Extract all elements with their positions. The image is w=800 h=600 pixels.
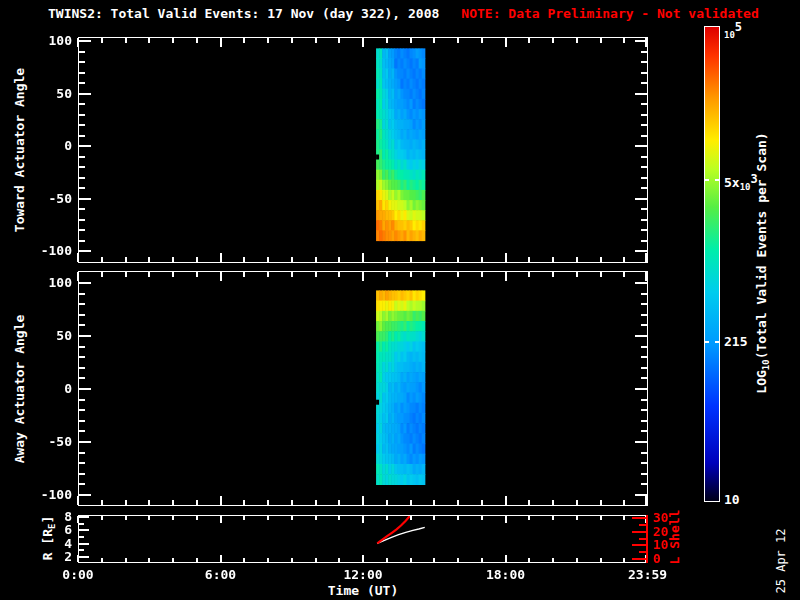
- x-tick: [552, 38, 554, 43]
- x-tick: [457, 516, 459, 520]
- x-tick: [481, 516, 483, 520]
- x-tick: [101, 38, 103, 43]
- x-tick: [338, 257, 340, 262]
- colorbar-tick: [715, 179, 719, 181]
- x-tick: [291, 500, 293, 505]
- time-tick-label: 12:00: [328, 567, 398, 582]
- y-minor-tick: [641, 430, 647, 432]
- y-minor-tick: [79, 187, 85, 189]
- x-tick: [410, 500, 412, 505]
- x-tick: [148, 257, 150, 262]
- x-tick: [386, 272, 388, 277]
- x-tick: [552, 500, 554, 505]
- x-tick: [645, 38, 647, 47]
- x-tick: [410, 272, 412, 277]
- x-tick: [315, 516, 317, 520]
- lshell-tick-label: 0: [653, 551, 683, 566]
- colorbar-label-sub: 10: [761, 359, 771, 370]
- y-minor-tick: [79, 219, 85, 221]
- y-minor-tick: [79, 367, 85, 369]
- y-minor-tick: [641, 377, 647, 379]
- x-tick: [457, 272, 459, 277]
- y-minor-tick: [641, 303, 647, 305]
- x-tick: [77, 516, 79, 523]
- y-minor-tick: [641, 51, 647, 53]
- x-tick: [552, 516, 554, 520]
- y-minor-tick: [641, 124, 647, 126]
- x-tick: [196, 38, 198, 43]
- plot-title: TWINS2: Total Valid Events: 17 Nov (day …: [48, 6, 439, 21]
- x-tick: [101, 257, 103, 262]
- y-tick: [79, 282, 91, 284]
- x-tick: [481, 500, 483, 505]
- y-minor-tick: [641, 356, 647, 358]
- x-tick: [101, 516, 103, 520]
- x-tick: [362, 496, 364, 505]
- x-tick: [623, 272, 625, 277]
- y-minor-tick: [79, 420, 85, 422]
- y-tick-label: 50: [30, 328, 72, 343]
- x-tick: [433, 38, 435, 43]
- y-minor-tick: [641, 156, 647, 158]
- y-tick: [79, 93, 91, 95]
- colorbar-tick: [715, 341, 719, 343]
- y-tick: [635, 93, 647, 95]
- y-tick-label: -50: [30, 434, 72, 449]
- y-minor-tick: [641, 219, 647, 221]
- y-tick: [635, 441, 647, 443]
- x-tick: [433, 272, 435, 277]
- x-tick: [433, 257, 435, 262]
- time-axis-label: Time (UT): [328, 583, 398, 598]
- x-tick: [505, 516, 507, 523]
- x-tick: [645, 272, 647, 281]
- x-tick: [125, 257, 127, 262]
- y-minor-tick: [641, 462, 647, 464]
- x-tick: [528, 257, 530, 262]
- colorbar-label-prefix: LOG: [754, 370, 769, 393]
- r-tick-label: 4: [30, 536, 72, 551]
- lshell-tick: [632, 531, 646, 533]
- lshell-axis-line: [646, 515, 648, 563]
- x-tick: [196, 516, 198, 520]
- y-tick: [79, 250, 91, 252]
- x-tick: [267, 558, 269, 562]
- x-tick: [243, 558, 245, 562]
- x-tick: [77, 272, 79, 281]
- x-tick: [101, 272, 103, 277]
- y-minor-tick: [79, 409, 85, 411]
- x-tick: [220, 272, 222, 281]
- x-tick: [243, 38, 245, 43]
- x-tick: [362, 555, 364, 562]
- x-tick: [576, 257, 578, 262]
- x-tick: [528, 38, 530, 43]
- x-tick: [386, 558, 388, 562]
- x-tick: [481, 38, 483, 43]
- y-minor-tick: [79, 177, 85, 179]
- x-tick: [315, 257, 317, 262]
- y-minor-tick: [79, 208, 85, 210]
- x-tick: [410, 516, 412, 520]
- y-minor-tick: [641, 187, 647, 189]
- y-minor-tick: [79, 483, 85, 485]
- y-tick: [635, 250, 647, 252]
- x-tick: [386, 500, 388, 505]
- y-minor-tick: [641, 346, 647, 348]
- y-minor-tick: [641, 229, 647, 231]
- x-tick: [528, 500, 530, 505]
- x-tick: [433, 516, 435, 520]
- x-tick: [362, 38, 364, 47]
- x-tick: [220, 38, 222, 47]
- away-axis-label: Away Actuator Angle: [12, 315, 27, 464]
- x-tick: [552, 257, 554, 262]
- y-minor-tick: [641, 452, 647, 454]
- colorbar: [704, 26, 720, 502]
- r-tick: [79, 543, 89, 545]
- y-minor-tick: [641, 61, 647, 63]
- y-tick-label: -100: [30, 487, 72, 502]
- y-minor-tick: [641, 135, 647, 137]
- time-tick-label: 23:59: [613, 567, 683, 582]
- x-tick: [600, 257, 602, 262]
- lshell-minor-tick: [639, 524, 646, 526]
- x-tick: [552, 558, 554, 562]
- x-tick: [338, 272, 340, 277]
